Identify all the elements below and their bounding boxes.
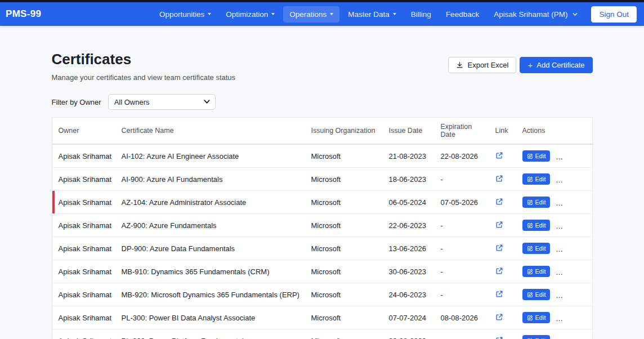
issue-date-cell: 07-07-2024 — [384, 306, 436, 329]
page-subtitle: Manage your certificates and view team c… — [52, 73, 236, 82]
brand-logo[interactable]: PMS-99 — [6, 8, 41, 20]
chevron-down-icon — [572, 11, 578, 17]
certificate-name-cell: MB-910: Dynamics 365 Fundamentals (CRM) — [117, 260, 307, 283]
issue-date-cell: 18-06-2023 — [384, 168, 436, 191]
nav-item-label: Opportunities — [159, 10, 204, 19]
nav-item-opportunities[interactable]: Opportunities — [153, 6, 217, 23]
delete-button[interactable]: Delete — [556, 150, 591, 162]
issuing-organization-cell: Microsoft — [307, 191, 384, 214]
user-menu[interactable]: Apisak Srihamat (PM) — [488, 6, 584, 23]
user-menu-label: Apisak Srihamat (PM) — [494, 10, 567, 19]
table-row: Apisak Srihamat MB-910: Dynamics 365 Fun… — [52, 260, 593, 283]
expiration-date-cell: - — [436, 329, 491, 339]
table-row: Apisak Srihamat AZ-900: Azure Fundamenta… — [52, 214, 593, 237]
external-link-icon[interactable] — [495, 313, 503, 321]
edit-button[interactable]: Edit — [522, 173, 551, 185]
delete-button[interactable]: Delete — [556, 289, 591, 300]
add-certificate-label: Add Certificate — [536, 61, 584, 69]
expiration-date-cell: - — [436, 214, 491, 237]
plus-icon: + — [527, 61, 533, 69]
external-link-icon[interactable] — [495, 267, 503, 275]
trash-icon — [560, 292, 566, 298]
export-excel-button[interactable]: Export Excel — [448, 57, 516, 73]
column-header-link: Link — [491, 118, 518, 144]
nav-item-label: Operations — [289, 10, 327, 19]
edit-button[interactable]: Edit — [522, 312, 551, 323]
table-row: Apisak Srihamat AI-102: Azure AI Enginee… — [52, 144, 593, 168]
owner-filter-select[interactable]: All Owners — [108, 94, 216, 110]
column-header-expiration-date: Expiration Date — [436, 118, 491, 144]
expiration-date-cell: - — [436, 260, 491, 283]
edit-button-label: Edit — [535, 199, 546, 206]
nav-item-operations[interactable]: Operations — [283, 6, 339, 23]
external-link-icon[interactable] — [495, 221, 503, 229]
issue-date-cell: 22-06-2023 — [384, 214, 436, 237]
expiration-date-cell: - — [436, 237, 491, 260]
add-certificate-button[interactable]: + Add Certificate — [520, 57, 592, 73]
pencil-icon — [527, 246, 533, 252]
edit-button-label: Edit — [535, 176, 546, 182]
delete-button[interactable]: Delete — [556, 197, 591, 208]
pencil-icon — [527, 222, 533, 229]
delete-button-label: Delete — [569, 314, 587, 321]
table-row: Apisak Srihamat AZ-104: Azure Administra… — [52, 191, 593, 214]
nav-item-billing[interactable]: Billing — [405, 6, 437, 23]
edit-button[interactable]: Edit — [522, 289, 551, 300]
nav-items: Opportunities Optimization Operations Ma… — [153, 6, 637, 23]
delete-button[interactable]: Delete — [556, 173, 591, 185]
delete-button-label: Delete — [569, 176, 587, 182]
column-header-issue-date: Issue Date — [384, 118, 436, 144]
edit-button[interactable]: Edit — [522, 150, 551, 162]
certificate-name-cell: PL-900: Power Platform Fundamentals — [117, 329, 307, 339]
expiration-date-cell: 22-08-2026 — [436, 144, 491, 168]
pencil-icon — [527, 199, 533, 206]
external-link-icon[interactable] — [495, 198, 503, 206]
nav-item-feedback[interactable]: Feedback — [440, 6, 485, 23]
caret-down-icon — [330, 13, 333, 15]
external-link-icon[interactable] — [495, 151, 503, 159]
issuing-organization-cell: Microsoft — [307, 283, 384, 306]
delete-button[interactable]: Delete — [556, 312, 591, 323]
delete-button[interactable]: Delete — [556, 335, 591, 339]
table-row: Apisak Srihamat PL-300: Power BI Data An… — [52, 306, 593, 329]
delete-button[interactable]: Delete — [556, 266, 591, 277]
table-row: Apisak Srihamat AI-900: Azure AI Fundame… — [52, 168, 593, 191]
export-excel-label: Export Excel — [467, 61, 508, 69]
issue-date-cell: 21-08-2023 — [384, 144, 436, 168]
sign-out-button[interactable]: Sign Out — [591, 6, 637, 23]
owner-cell: Apisak Srihamat — [52, 144, 117, 168]
issue-date-cell: 09-06-2023 — [384, 329, 436, 339]
delete-button-label: Delete — [569, 199, 587, 206]
table-body: Apisak Srihamat AI-102: Azure AI Enginee… — [52, 144, 593, 339]
external-link-icon[interactable] — [495, 290, 503, 298]
pencil-icon — [527, 269, 533, 275]
caret-down-icon — [393, 13, 396, 15]
edit-button[interactable]: Edit — [522, 243, 551, 254]
pencil-icon — [527, 176, 533, 182]
delete-button[interactable]: Delete — [556, 243, 591, 254]
toolbar: Export Excel + Add Certificate — [448, 57, 592, 73]
certificate-name-cell: AI-900: Azure AI Fundamentals — [117, 168, 307, 191]
nav-item-optimization[interactable]: Optimization — [220, 6, 281, 23]
external-link-icon[interactable] — [495, 175, 503, 182]
owner-cell: Apisak Srihamat — [52, 237, 117, 260]
certificate-name-cell: MB-920: Microsoft Dynamics 365 Fundament… — [117, 283, 307, 306]
trash-icon — [560, 269, 566, 275]
edit-button[interactable]: Edit — [522, 197, 551, 208]
edit-button-label: Edit — [535, 291, 546, 298]
owner-cell: Apisak Srihamat — [52, 306, 117, 329]
issuing-organization-cell: Microsoft — [307, 260, 384, 283]
nav-item-master-data[interactable]: Master Data — [342, 6, 402, 23]
column-header-owner: Owner — [52, 118, 117, 144]
edit-button[interactable]: Edit — [522, 266, 551, 277]
delete-button-label: Delete — [569, 153, 587, 159]
certificates-table-card: Owner Certificate Name Issuing Organizat… — [52, 117, 593, 339]
delete-button-label: Delete — [569, 268, 587, 275]
delete-button[interactable]: Delete — [556, 220, 591, 231]
external-link-icon[interactable] — [495, 336, 503, 339]
external-link-icon[interactable] — [495, 244, 503, 252]
top-navbar: PMS-99 Opportunities Optimization Operat… — [0, 2, 644, 26]
table-header: Owner Certificate Name Issuing Organizat… — [52, 118, 593, 144]
edit-button[interactable]: Edit — [522, 335, 551, 339]
edit-button[interactable]: Edit — [522, 220, 551, 231]
